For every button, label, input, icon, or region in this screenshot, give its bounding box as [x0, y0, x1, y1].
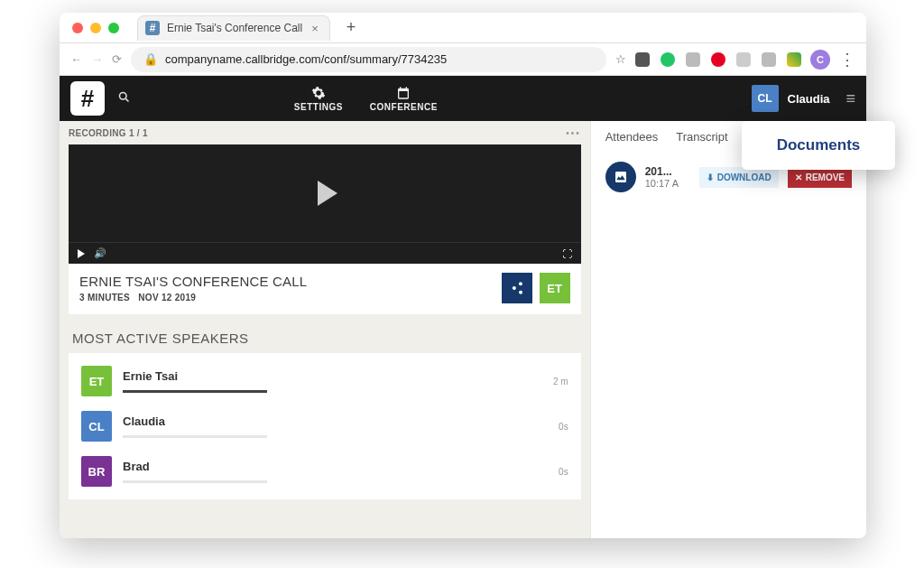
extension-icon[interactable]: [661, 52, 675, 67]
calendar-icon: [396, 86, 411, 100]
speaker-avatar: BR: [81, 456, 112, 487]
maximize-window-icon[interactable]: [108, 23, 119, 33]
omnibox[interactable]: 🔒 companyname.callbridge.com/conf/summar…: [131, 47, 606, 72]
new-tab-button[interactable]: +: [346, 18, 356, 37]
search-icon[interactable]: [117, 90, 131, 107]
nav-settings[interactable]: SETTINGS: [294, 86, 343, 112]
nav-label: CONFERENCE: [370, 102, 438, 112]
nav-label: SETTINGS: [294, 102, 343, 112]
share-icon: [510, 281, 524, 295]
document-name: 201...: [645, 165, 690, 178]
speaker-row: CL Claudia 0s: [69, 404, 581, 449]
owner-badge[interactable]: ET: [540, 273, 570, 303]
speaker-list: ET Ernie Tsai 2 m CL Claudia 0s: [69, 353, 581, 499]
address-bar: ← → ⟳ 🔒 companyname.callbridge.com/conf/…: [60, 43, 866, 76]
extension-icon[interactable]: [711, 52, 725, 67]
activity-bar: [123, 480, 267, 483]
favicon-icon: #: [145, 21, 160, 35]
speaker-name: Ernie Tsai: [123, 369, 542, 383]
close-window-icon[interactable]: [72, 23, 83, 33]
url-text: companyname.callbridge.com/conf/summary/…: [165, 52, 447, 66]
profile-chip[interactable]: C: [810, 50, 830, 70]
video-player[interactable]: [69, 144, 581, 242]
main-pane: RECORDING 1 / 1 ••• 🔊 ⛶ ERNIE TSAI'S CON…: [60, 121, 590, 538]
extension-icon[interactable]: [736, 52, 751, 67]
speaker-name: Claudia: [123, 414, 548, 428]
nav-conference[interactable]: CONFERENCE: [370, 86, 438, 112]
play-icon[interactable]: [318, 181, 337, 206]
minimize-window-icon[interactable]: [90, 23, 101, 33]
activity-bar: [123, 435, 267, 438]
tab-attendees[interactable]: Attendees: [605, 130, 659, 144]
close-tab-icon[interactable]: ×: [310, 22, 320, 35]
meeting-meta: 3 MINUTES NOV 12 2019: [79, 293, 307, 303]
user-area[interactable]: CL Claudia ≡: [752, 85, 855, 112]
user-name: Claudia: [788, 92, 830, 106]
svg-line-1: [125, 98, 128, 101]
popover-label: Documents: [777, 136, 861, 154]
download-icon: ⬇: [707, 172, 714, 182]
video-controls: 🔊 ⛶: [69, 242, 581, 264]
forward-button[interactable]: →: [91, 52, 103, 66]
extension-icon[interactable]: [635, 52, 650, 67]
share-button[interactable]: [502, 273, 532, 303]
play-button[interactable]: [78, 249, 85, 258]
speaker-avatar: ET: [81, 366, 112, 396]
speaker-name: Brad: [123, 460, 548, 473]
tab-title: Ernie Tsai's Conference Call: [167, 22, 302, 34]
speaker-avatar: CL: [81, 411, 112, 442]
browser-window: # Ernie Tsai's Conference Call × + ← → ⟳…: [60, 13, 866, 538]
document-time: 10:17 A: [645, 178, 690, 189]
close-icon: ✕: [795, 172, 802, 182]
window-titlebar: # Ernie Tsai's Conference Call × +: [60, 13, 866, 43]
recording-header: RECORDING 1 / 1 •••: [60, 121, 590, 144]
hamburger-icon[interactable]: ≡: [845, 89, 855, 108]
tab-transcript[interactable]: Transcript: [676, 130, 727, 144]
extension-icon[interactable]: [686, 52, 700, 67]
lock-icon: 🔒: [143, 52, 158, 66]
speaker-row: BR Brad 0s: [69, 449, 581, 494]
user-avatar: CL: [752, 85, 779, 112]
speaker-duration: 0s: [559, 467, 568, 477]
speaker-duration: 0s: [559, 422, 568, 432]
documents-popover[interactable]: Documents: [742, 121, 895, 170]
svg-point-0: [120, 93, 127, 100]
image-icon: [605, 162, 636, 192]
volume-icon[interactable]: 🔊: [94, 247, 106, 259]
extension-icons: [635, 52, 801, 67]
gear-icon: [311, 86, 326, 100]
app-bar: # SETTINGS CONFERENCE CL Claudia ≡: [60, 76, 866, 121]
meeting-card: ERNIE TSAI'S CONFERENCE CALL 3 MINUTES N…: [69, 264, 581, 314]
speakers-heading: MOST ACTIVE SPEAKERS: [72, 331, 590, 346]
recording-count: RECORDING 1 / 1: [69, 128, 148, 138]
meeting-title: ERNIE TSAI'S CONFERENCE CALL: [79, 274, 307, 289]
more-icon[interactable]: •••: [566, 128, 581, 138]
app-logo-icon[interactable]: #: [70, 81, 105, 116]
speaker-row: ET Ernie Tsai 2 m: [69, 358, 581, 404]
bookmark-icon[interactable]: ☆: [615, 52, 626, 66]
browser-menu-icon[interactable]: ⋮: [839, 50, 855, 70]
browser-tab[interactable]: # Ernie Tsai's Conference Call ×: [137, 15, 330, 41]
back-button[interactable]: ←: [70, 52, 82, 66]
speaker-duration: 2 m: [553, 377, 568, 386]
content-area: RECORDING 1 / 1 ••• 🔊 ⛶ ERNIE TSAI'S CON…: [60, 121, 866, 538]
reload-button[interactable]: ⟳: [112, 52, 122, 66]
extension-icon[interactable]: [762, 52, 776, 67]
side-pane: Attendees Transcript 201... 10:17 A ⬇ DO…: [590, 121, 866, 538]
extension-icon[interactable]: [787, 52, 801, 67]
activity-bar: [123, 390, 267, 393]
app-nav: SETTINGS CONFERENCE: [294, 86, 438, 112]
fullscreen-icon[interactable]: ⛶: [562, 248, 572, 259]
